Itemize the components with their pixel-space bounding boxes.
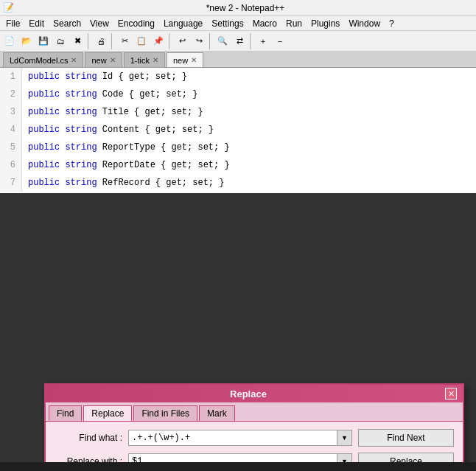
toolbar-sep-2	[111, 33, 114, 49]
tab-bar: LdComModel.cs ✕ new ✕ 1-tick ✕ new ✕	[0, 52, 476, 68]
find-next-button[interactable]: Find Next	[358, 429, 454, 447]
menu-help[interactable]: ?	[385, 18, 399, 29]
replace-dialog: Replace ✕ Find Replace Find in Files Mar…	[44, 383, 464, 462]
line-code-7: public string RefRecord { get; set; }	[22, 174, 224, 192]
toolbar-sep-1	[88, 33, 91, 49]
save-all-btn[interactable]: 🗂	[52, 33, 69, 49]
line-num-4: 4	[0, 121, 22, 139]
btn-col-replace: Replace	[358, 453, 454, 462]
menu-bar: File Edit Search View Encoding Language …	[0, 16, 476, 31]
print-btn[interactable]: 🖨	[93, 33, 109, 49]
zoom-in-btn[interactable]: +	[255, 33, 271, 49]
new-btn[interactable]: 📄	[1, 33, 18, 49]
replace-with-dropdown[interactable]: ▼	[337, 453, 352, 462]
replace-input-wrap: ▼	[128, 453, 352, 462]
toolbar-sep-4	[209, 33, 212, 49]
line-code-5: public string ReportType { get; set; }	[22, 139, 230, 156]
line-code-3: public string Title { get; set; }	[22, 103, 203, 121]
replace-with-row: Replace with : ▼ Replace	[55, 453, 454, 462]
replace-button[interactable]: Replace	[358, 453, 454, 462]
find-what-input[interactable]	[128, 430, 337, 446]
replace-with-input[interactable]	[128, 453, 337, 462]
title-bar: 📝 *new 2 - Notepad++	[0, 0, 476, 16]
menu-edit[interactable]: Edit	[24, 18, 49, 29]
paste-btn[interactable]: 📌	[150, 33, 167, 49]
app-icon: 📝	[3, 2, 15, 14]
editor-line-6: 6 public string ReportDate { get; set; }	[0, 156, 476, 174]
open-btn[interactable]: 📂	[18, 33, 35, 49]
tab-new1[interactable]: new ✕	[85, 52, 122, 67]
dialog-title-bar: Replace ✕	[46, 385, 463, 402]
dialog-tab-mark[interactable]: Mark	[199, 405, 235, 421]
tab-new1-label: new	[91, 56, 106, 65]
replace-with-label: Replace with :	[55, 456, 128, 462]
copy-btn[interactable]: 📋	[133, 33, 150, 49]
toolbar-sep-5	[250, 33, 253, 49]
editor[interactable]: 1 public string Id { get; set; } 2 publi…	[0, 68, 476, 193]
zoom-out-btn[interactable]: −	[272, 33, 288, 49]
editor-line-5: 5 public string ReportType { get; set; }	[0, 139, 476, 156]
find-what-row: Find what : ▼ Find Next	[55, 429, 454, 447]
tab-new2[interactable]: new ✕	[167, 52, 203, 67]
find-btn[interactable]: 🔍	[214, 33, 231, 49]
dialog-tab-find[interactable]: Find	[49, 405, 82, 421]
toolbar-sep-3	[169, 33, 172, 49]
tab-ldcommodel[interactable]: LdComModel.cs ✕	[3, 52, 83, 67]
line-code-1: public string Id { get; set; }	[22, 68, 187, 86]
tab-1tick-label: 1-tick	[130, 56, 150, 65]
line-num-5: 5	[0, 139, 22, 156]
menu-macro[interactable]: Macro	[248, 18, 281, 29]
line-num-7: 7	[0, 174, 22, 192]
find-what-dropdown[interactable]: ▼	[337, 430, 352, 446]
window-title: *new 2 - Notepad++	[18, 3, 473, 13]
line-code-4: public string Content { get; set; }	[22, 121, 214, 139]
editor-line-7: 7 public string RefRecord { get; set; }	[0, 174, 476, 192]
line-num-3: 3	[0, 103, 22, 121]
save-btn[interactable]: 💾	[35, 33, 52, 49]
tab-ldcommodel-label: LdComModel.cs	[10, 56, 68, 65]
editor-line-4: 4 public string Content { get; set; }	[0, 121, 476, 139]
line-code-2: public string Code { get; set; }	[22, 86, 197, 103]
undo-btn[interactable]: ↩	[174, 33, 190, 49]
line-num-2: 2	[0, 86, 22, 103]
editor-line-2: 2 public string Code { get; set; }	[0, 86, 476, 103]
tab-1tick-close[interactable]: ✕	[153, 56, 158, 64]
menu-search[interactable]: Search	[49, 18, 85, 29]
btn-col-find: Find Next	[358, 429, 454, 447]
editor-line-3: 3 public string Title { get; set; }	[0, 103, 476, 121]
toolbar: 📄 📂 💾 🗂 ✖ 🖨 ✂ 📋 📌 ↩ ↪ 🔍 ⇄ + −	[0, 31, 476, 52]
menu-window[interactable]: Window	[344, 18, 385, 29]
line-num-1: 1	[0, 68, 22, 86]
dialog-tab-findinfiles[interactable]: Find in Files	[133, 405, 197, 421]
line-code-6: public string ReportDate { get; set; }	[22, 156, 230, 174]
menu-run[interactable]: Run	[281, 18, 307, 29]
redo-btn[interactable]: ↪	[191, 33, 207, 49]
tab-new2-label: new	[173, 56, 188, 65]
tab-new1-close[interactable]: ✕	[110, 56, 116, 64]
menu-file[interactable]: File	[1, 18, 24, 29]
dialog-tab-bar: Find Replace Find in Files Mark	[46, 402, 463, 422]
menu-language[interactable]: Language	[159, 18, 207, 29]
line-num-6: 6	[0, 156, 22, 174]
replace-btn[interactable]: ⇄	[231, 33, 248, 49]
menu-plugins[interactable]: Plugins	[307, 18, 344, 29]
tab-ldcommodel-close[interactable]: ✕	[71, 56, 77, 64]
dialog-body: Find what : ▼ Find Next Replace with : ▼…	[46, 422, 463, 462]
menu-settings[interactable]: Settings	[207, 18, 248, 29]
find-input-wrap: ▼	[128, 430, 352, 446]
tab-1tick[interactable]: 1-tick ✕	[124, 52, 165, 67]
menu-view[interactable]: View	[85, 18, 113, 29]
dialog-tab-replace[interactable]: Replace	[83, 405, 132, 421]
menu-encoding[interactable]: Encoding	[113, 18, 159, 29]
cut-btn[interactable]: ✂	[116, 33, 133, 49]
dialog-title: Replace	[52, 388, 445, 400]
editor-line-1: 1 public string Id { get; set; }	[0, 68, 476, 86]
close-btn[interactable]: ✖	[69, 33, 85, 49]
dialog-close-x-button[interactable]: ✕	[445, 388, 457, 400]
tab-new2-close[interactable]: ✕	[191, 56, 197, 64]
find-what-label: Find what :	[55, 433, 128, 443]
